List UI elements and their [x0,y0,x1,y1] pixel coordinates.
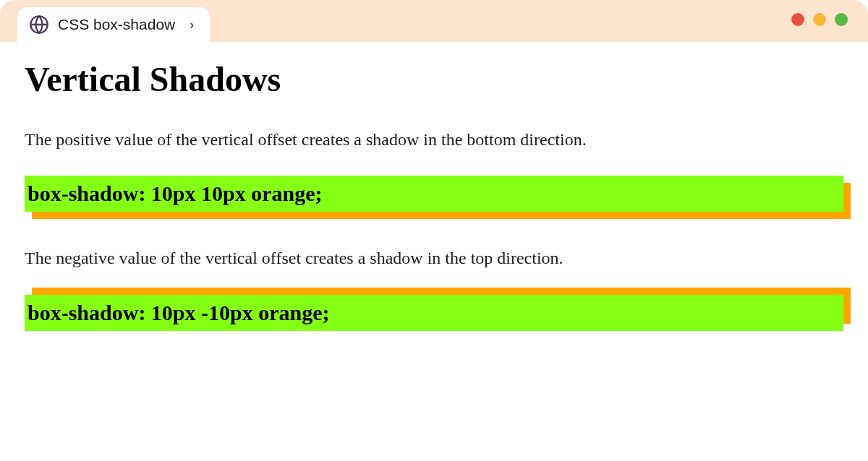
window-controls [791,13,848,26]
description-paragraph-1: The positive value of the vertical offse… [25,128,843,151]
page-title: Vertical Shadows [25,59,843,99]
window-maximize-button[interactable] [835,13,848,26]
demo-box-shadow-up: box-shadow: 10px -10px orange; [25,295,843,331]
description-paragraph-2: The negative value of the vertical offse… [25,246,843,270]
demo-box-shadow-down: box-shadow: 10px 10px orange; [25,176,843,212]
browser-tab[interactable]: CSS box-shadow › [17,7,210,42]
window-close-button[interactable] [791,13,804,26]
tab-title: CSS box-shadow [58,16,175,33]
window-minimize-button[interactable] [813,13,826,26]
browser-header: CSS box-shadow › [0,0,868,42]
chevron-right-icon: › [190,17,194,33]
page-content: Vertical Shadows The positive value of t… [0,42,868,390]
globe-icon [29,14,49,35]
